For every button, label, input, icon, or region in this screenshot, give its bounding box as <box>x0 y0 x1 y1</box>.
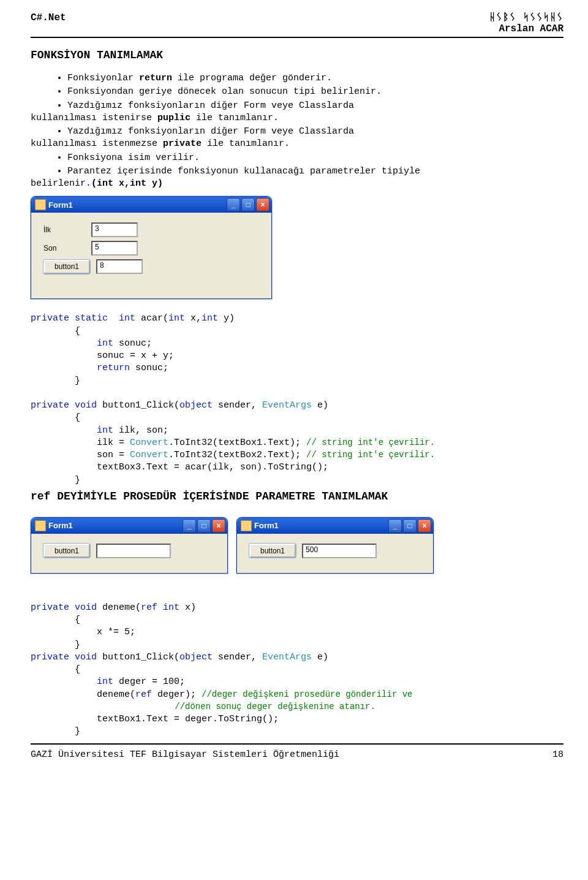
maximize-button[interactable]: □ <box>197 519 211 533</box>
section1-title: FONKSİYON TANIMLAMAK <box>31 49 564 61</box>
form2-window: Form1 _ □ × button1 <box>31 517 228 574</box>
form2-textbox[interactable] <box>96 544 171 558</box>
section2-title: ref DEYİMİYLE PROSEDÜR İÇERİSİNDE PARAME… <box>31 490 564 503</box>
maximize-button[interactable]: □ <box>241 198 255 211</box>
form1-window: Form1 _ □ × İlk 3 Son 5 button1 8 <box>31 196 272 299</box>
form3-titlebar[interactable]: Form1 _ □ × <box>237 518 433 534</box>
bullet-6: Parantez içerisinde fonksiyonun kullanac… <box>67 165 564 191</box>
form2-title: Form1 <box>48 521 183 530</box>
result-input[interactable]: 8 <box>96 259 143 274</box>
form-icon <box>241 520 252 531</box>
header-decorative: ᚺᛊᛒᛊ ᛋᛊᛊᛋᚺᛊ <box>489 12 564 23</box>
button1[interactable]: button1 <box>43 544 90 558</box>
button1[interactable]: button1 <box>249 544 296 558</box>
header-author: Arslan ACAR <box>489 23 564 34</box>
code-block-2: private void deneme(ref int x) { x *= 5;… <box>31 602 564 738</box>
bullet-2: Fonksiyondan geriye dönecek olan sonucun… <box>67 86 564 98</box>
footer-left: GAZİ Üniversitesi TEF Bilgisayar Sisteml… <box>31 749 339 760</box>
footer-divider <box>31 743 564 745</box>
minimize-button[interactable]: _ <box>388 519 402 533</box>
button1[interactable]: button1 <box>43 260 90 274</box>
bullet-3: Yazdığımız fonksiyonların diğer Form vey… <box>67 100 564 125</box>
form3-textbox[interactable]: 500 <box>302 544 377 558</box>
footer-page-number: 18 <box>552 749 564 760</box>
form1-title: Form1 <box>48 200 227 210</box>
code-block-1: private static int acar(int x,int y) { i… <box>31 313 564 487</box>
bullet-list-1: Fonksiyonlar return ile programa değer g… <box>31 72 564 190</box>
header-right: ᚺᛊᛒᛊ ᛋᛊᛊᛋᚺᛊ Arslan ACAR <box>489 12 564 34</box>
minimize-button[interactable]: _ <box>183 519 196 533</box>
close-button[interactable]: × <box>418 519 431 533</box>
form2-titlebar[interactable]: Form1 _ □ × <box>31 518 227 534</box>
form3-title: Form1 <box>254 521 388 530</box>
header-left: C#.Net <box>31 12 66 23</box>
close-button[interactable]: × <box>212 519 225 533</box>
form1-titlebar[interactable]: Form1 _ □ × <box>31 197 271 213</box>
maximize-button[interactable]: □ <box>403 519 417 533</box>
form-icon <box>35 520 46 531</box>
son-label: Son <box>43 244 85 252</box>
form-icon <box>35 199 46 210</box>
son-input[interactable]: 5 <box>91 241 138 256</box>
close-button[interactable]: × <box>256 198 270 211</box>
form3-window: Form1 _ □ × button1 500 <box>236 517 434 574</box>
ilk-input[interactable]: 3 <box>91 222 138 237</box>
bullet-1: Fonksiyonlar return ile programa değer g… <box>67 72 564 85</box>
header-divider <box>31 37 564 38</box>
minimize-button[interactable]: _ <box>227 198 240 211</box>
ilk-label: İlk <box>43 226 85 234</box>
bullet-5: Fonksiyona isim verilir. <box>67 152 564 164</box>
bullet-4: Yazdığımız fonksiyonların diğer Form vey… <box>67 126 564 151</box>
